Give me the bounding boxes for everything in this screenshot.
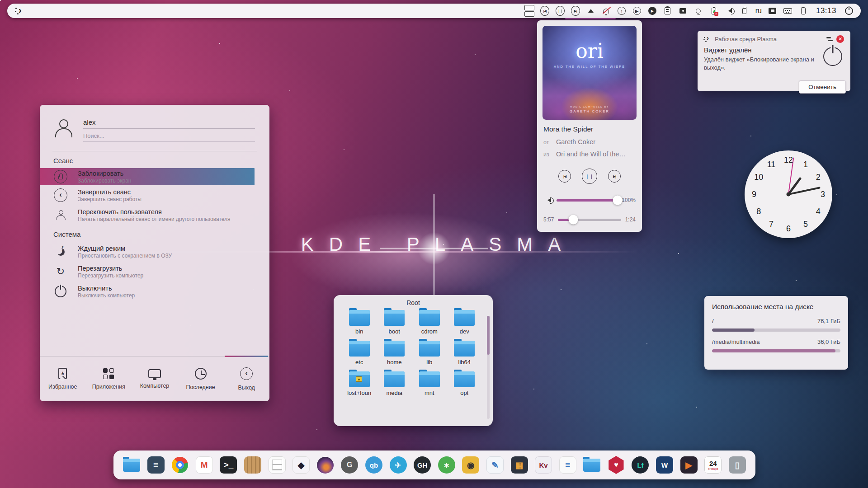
menu-item-shutdown[interactable]: Выключить Выключить компьютер [40,282,269,301]
folder-item-media[interactable]: media [377,371,412,396]
dock-item-system-settings-dark[interactable]: ≡ [146,455,166,475]
dock-item-notes[interactable] [267,455,287,475]
dock-item-settings-sliders[interactable]: ≡ [558,455,578,475]
previous-track-button[interactable]: |◀ [558,170,571,183]
battery-missing-icon[interactable] [709,5,718,17]
dock-item-library[interactable] [243,455,263,475]
folder-label: boot [389,328,400,335]
folder-item-bin[interactable]: bin [342,310,377,335]
volume-speaker-icon[interactable] [543,197,552,204]
clock-number: 5 [803,219,808,229]
panel-collapse-icon[interactable] [586,5,595,17]
pause-button[interactable]: ❘❘ [582,169,597,184]
notifications-muted-icon[interactable] [602,5,611,17]
dock-item-gimp[interactable]: G [340,455,359,475]
tab-history[interactable]: Последние [178,357,224,401]
updates-icon[interactable]: ↑ [617,5,626,17]
menu-item-lock[interactable]: Заблокировать Заблокировать экран [40,168,255,185]
phone-link-icon[interactable] [799,5,808,17]
folder-scrollbar[interactable] [487,316,490,419]
screen-share-icon[interactable] [768,5,777,17]
kvantum-icon: Kv [535,456,552,474]
tab-applications[interactable]: Приложения [86,357,132,401]
menu-item-switch-user[interactable]: Переключить пользователя Начать параллел… [40,205,269,225]
dock-item-file-manager[interactable] [122,455,142,475]
settings-sliders-icon: ≡ [559,456,576,474]
artist-name[interactable]: Gareth Coker [556,138,595,145]
media-next-icon[interactable]: ▶| [571,5,580,17]
recorder-icon[interactable]: ▶ [648,5,657,17]
notification-settings-icon[interactable] [826,37,833,42]
calendar-icon: 24января [704,456,722,474]
virtual-keyboard-icon[interactable] [783,5,793,17]
folder-icon [419,341,440,357]
keyboard-layout-indicator[interactable]: ru [755,7,762,15]
folder-icon [384,341,405,357]
panel-clock[interactable]: 13:13 [814,6,838,15]
folder-item-etc[interactable]: etc [342,341,377,366]
folder-label: home [387,359,402,366]
tab-favorites[interactable]: ★ Избранное [40,357,86,401]
dock-item-dark-browser[interactable] [316,455,335,475]
undo-button[interactable]: Отменить [799,80,846,94]
menu-item-logout[interactable]: ‹ Завершить сеанс Завершить сеанс работы [40,185,269,205]
next-track-button[interactable]: ▶| [608,170,621,183]
file-panels-icon [583,459,600,472]
album-name[interactable]: Ori and the Will of the… [556,150,626,158]
vault-icon[interactable] [679,5,688,17]
dock-item-wiki[interactable]: W [655,455,675,475]
media-previous-icon[interactable]: |◀ [540,5,549,17]
seek-slider[interactable] [558,219,621,221]
user-avatar[interactable] [53,118,73,138]
dock-item-green-flower[interactable]: ∗ [437,455,457,475]
folder-item-opt[interactable]: opt [447,371,482,396]
dock-item-librewolf[interactable]: Lf [630,455,650,475]
play-tray-icon[interactable]: ▶ [632,5,642,17]
tab-computer[interactable]: Компьютер [132,357,178,401]
menu-item-subtitle: Перезагрузить компьютер [78,272,143,279]
dock-item-paint[interactable]: ✎ [485,455,505,475]
media-pause-icon[interactable]: ❘❘ [556,5,565,17]
dock-item-obsidian[interactable]: ◆ [291,455,311,475]
dock-item-telegram[interactable]: ✈ [388,455,408,475]
folder-item-lost+foun[interactable]: lost+foun [342,371,377,396]
clipboard-icon[interactable] [663,5,672,17]
dock-item-qbittorrent[interactable]: qb [364,455,384,475]
switch-user-icon [53,210,68,220]
volume-icon[interactable] [725,5,734,17]
dock-item-screenshot-camera[interactable]: ◉ [461,455,481,475]
dock-item-file-panels[interactable] [582,455,602,475]
folder-item-cdrom[interactable]: cdrom [412,310,447,335]
dock-item-github[interactable]: GH [412,455,432,475]
folder-item-lib[interactable]: lib [412,341,447,366]
dock-item-calculator[interactable]: ▦ [509,455,529,475]
application-launcher-icon[interactable] [14,6,25,15]
folder-item-dev[interactable]: dev [447,310,482,335]
monitor-icon [148,369,161,378]
folder-label: etc [355,359,363,366]
section-label-system: Система [53,230,269,238]
volume-slider[interactable] [557,199,618,202]
removable-device-icon[interactable] [740,5,749,17]
notification-close-icon[interactable]: ✕ [836,35,844,43]
folder-item-boot[interactable]: boot [377,310,412,335]
folder-item-mnt[interactable]: mnt [412,371,447,396]
folder-item-lib64[interactable]: lib64 [447,341,482,366]
dock-item-kvantum[interactable]: Kv [533,455,553,475]
leave-power-icon[interactable] [844,5,854,17]
dock-item-terminal[interactable]: >_ [218,455,238,475]
pager-widget[interactable] [525,5,534,17]
dock-item-chrome[interactable] [170,455,190,475]
menu-item-suspend[interactable]: Ждущий режим Приостановить с сохранением… [40,242,269,262]
dock-item-trash[interactable]: ▯ [727,455,747,475]
brightness-icon[interactable] [694,5,703,17]
dock-item-video-player[interactable]: ▶ [679,455,699,475]
dock-item-heart-hex[interactable]: ♥ [606,455,626,475]
dock-item-gmail[interactable]: M [194,455,214,475]
dock-item-calendar[interactable]: 24января [703,455,723,475]
search-input[interactable]: Поиск... [83,129,255,142]
tab-leave[interactable]: ‹ Выход [223,357,269,401]
folder-item-home[interactable]: home [377,341,412,366]
menu-item-reboot[interactable]: ↻ Перезагрузить Перезагрузить компьютер [40,262,269,282]
file-manager-icon [123,459,140,472]
